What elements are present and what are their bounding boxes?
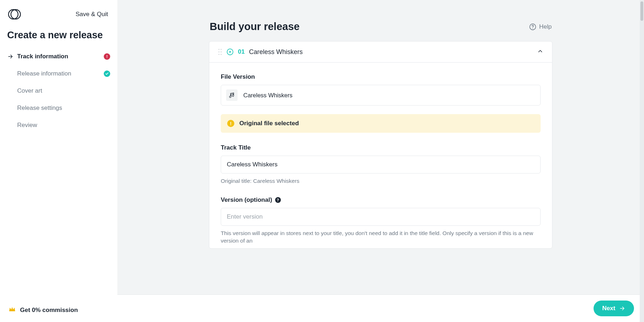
crown-icon [9,306,16,314]
track-card: 01 Careless Whiskers File Version Carele… [209,41,552,249]
play-icon[interactable] [226,48,234,55]
version-input[interactable] [221,208,541,226]
svg-point-0 [9,10,18,19]
help-link[interactable]: Help [529,23,552,30]
step-label: Release settings [17,104,62,112]
step-release-information[interactable]: Release information [0,65,117,82]
file-version-row[interactable]: Careless Whiskers [221,85,541,106]
page-head: Build your release Help [209,21,552,33]
status-ok-icon [104,70,110,77]
arrow-right-icon [619,305,625,312]
drag-handle-icon[interactable] [218,48,222,55]
card-body: File Version Careless Whiskers ! Origina… [209,63,552,248]
help-icon [529,23,536,30]
step-label: Review [17,122,37,129]
svg-point-7 [221,52,222,53]
next-button[interactable]: Next [594,301,634,316]
svg-point-8 [219,54,220,55]
music-file-icon [226,89,238,101]
step-label: Cover art [17,87,42,94]
version-label: Version (optional) [221,196,272,204]
scrollbar-track[interactable] [640,0,644,322]
svg-point-3 [532,28,533,29]
version-hint: This version will appear in stores next … [221,229,541,245]
page-title: Build your release [210,21,299,33]
svg-point-1 [11,10,21,19]
track-header[interactable]: 01 Careless Whiskers [209,42,552,63]
scrollbar-thumb[interactable] [640,1,643,21]
step-list: Track information ! Release information … [0,48,117,134]
promo-link[interactable]: Get 0% commission [0,298,117,322]
arrow-right-icon [7,53,14,60]
main: Build your release Help 01 [117,0,644,322]
save-quit-button[interactable]: Save & Quit [73,10,110,18]
brand-logo[interactable] [7,7,21,21]
status-error-icon: ! [104,53,110,60]
tooltip-icon[interactable]: ? [275,197,281,203]
content-scroll[interactable]: Build your release Help 01 [117,0,644,322]
sidebar: Save & Quit Create a new release Track i… [0,0,117,322]
svg-point-4 [219,49,220,50]
help-label: Help [539,23,552,30]
app-root: Save & Quit Create a new release Track i… [0,0,644,322]
sidebar-top: Save & Quit [0,0,117,24]
step-label: Release information [17,70,71,77]
footer-bar: Next [117,294,644,322]
warning-icon: ! [227,120,234,127]
sidebar-title: Create a new release [0,24,117,48]
warning-message: Original file selected [239,120,299,127]
track-title-hint: Original title: Careless Whiskers [221,177,541,185]
step-label: Track information [17,53,68,60]
svg-point-9 [221,54,222,55]
chevron-up-icon [537,48,543,56]
svg-point-6 [219,52,220,53]
track-name: Careless Whiskers [249,48,303,56]
step-review[interactable]: Review [0,117,117,134]
track-number: 01 [238,48,245,55]
file-name: Careless Whiskers [243,92,293,99]
track-title-label: Track Title [221,144,541,151]
step-release-settings[interactable]: Release settings [0,99,117,117]
svg-point-5 [221,49,222,50]
file-version-label: File Version [221,73,541,80]
step-cover-art[interactable]: Cover art [0,82,117,99]
promo-label: Get 0% commission [20,307,78,314]
track-title-field: Track Title Original title: Careless Whi… [221,144,541,185]
file-warning: ! Original file selected [221,114,541,133]
track-title-input[interactable] [221,156,541,174]
logo-icon [8,8,21,21]
step-track-information[interactable]: Track information ! [0,48,117,65]
next-label: Next [602,305,615,312]
version-field: Version (optional) ? This version will a… [221,196,541,245]
